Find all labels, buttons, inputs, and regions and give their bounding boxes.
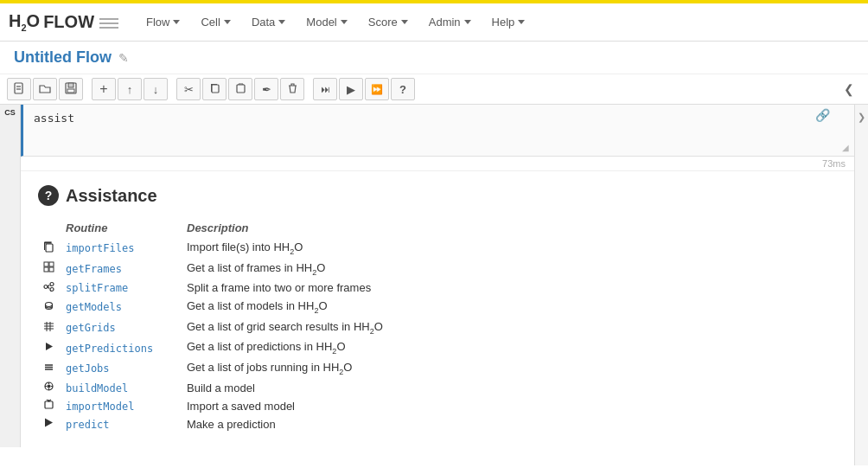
nav-link-flow[interactable]: Flow xyxy=(136,3,190,42)
routine-name-cell: importModel xyxy=(59,397,180,415)
scissors-icon: ✂ xyxy=(184,83,194,96)
routine-name-cell: predict xyxy=(59,415,180,433)
routine-row-icon xyxy=(38,317,59,338)
nav-label-cell: Cell xyxy=(201,16,220,29)
copy-icon xyxy=(209,82,220,96)
open-button[interactable] xyxy=(33,78,57,100)
pen-icon: ✒ xyxy=(262,83,271,96)
routine-link[interactable]: importFiles xyxy=(66,242,134,254)
cut-button[interactable]: ✂ xyxy=(176,78,201,100)
routine-row-icon xyxy=(38,279,59,297)
workspace: CS 🔗 assist ◢ 73ms ? Assistan xyxy=(0,105,868,465)
table-row: importFilesImport file(s) into HH2O xyxy=(38,238,837,259)
routine-name-cell: getPredictions xyxy=(59,337,180,358)
logo-flow-text: FLOW xyxy=(43,12,94,32)
nav-item-help[interactable]: Help xyxy=(482,3,536,42)
svg-rect-12 xyxy=(49,267,54,272)
routine-link[interactable]: getFrames xyxy=(66,263,122,275)
nav-link-help[interactable]: Help xyxy=(482,3,536,42)
sidebar-toggle-btn[interactable]: ❮ xyxy=(837,79,861,99)
nav-caret-score xyxy=(401,20,408,24)
cell-elapsed-time: 73ms xyxy=(21,157,854,171)
nav-item-data[interactable]: Data xyxy=(241,3,296,42)
routine-link[interactable]: getJobs xyxy=(66,362,110,375)
nav-link-model[interactable]: Model xyxy=(296,3,357,42)
delete-button[interactable] xyxy=(280,78,304,100)
nav-item-flow[interactable]: Flow xyxy=(136,3,190,42)
cell-code-text: assist xyxy=(34,112,74,125)
routine-table: Routine Description importFilesImport fi… xyxy=(38,218,837,433)
paste-button[interactable] xyxy=(228,78,252,100)
nav-label-admin: Admin xyxy=(429,16,461,29)
nav-label-help: Help xyxy=(492,16,515,29)
pen-button[interactable]: ✒ xyxy=(254,78,278,100)
routine-description-cell: Get a list of grid search results in HH2… xyxy=(180,317,837,338)
nav-link-admin[interactable]: Admin xyxy=(418,3,482,42)
table-header-row: Routine Description xyxy=(38,218,837,238)
nav-item-admin[interactable]: Admin xyxy=(418,3,482,42)
down-arrow-icon: ↓ xyxy=(153,83,159,96)
nav-caret-admin xyxy=(464,20,471,24)
add-cell-button[interactable]: + xyxy=(92,78,116,100)
table-row: getJobsGet a list of jobs running in HH2… xyxy=(38,358,837,379)
routine-row-icon xyxy=(38,238,59,259)
svg-rect-7 xyxy=(237,85,245,93)
up-arrow-icon: ↑ xyxy=(127,83,133,96)
nav-caret-help xyxy=(518,20,525,24)
routine-link[interactable]: getGrids xyxy=(66,322,116,334)
move-down-button[interactable]: ↓ xyxy=(144,78,168,100)
nav-link-cell[interactable]: Cell xyxy=(190,3,240,42)
routine-description-cell: Get a list of models in HH2O xyxy=(180,297,837,317)
svg-rect-0 xyxy=(15,83,22,93)
nav-item-score[interactable]: Score xyxy=(358,3,418,42)
svg-marker-24 xyxy=(46,343,53,350)
svg-point-13 xyxy=(44,285,48,288)
logo-h2o: H2O xyxy=(9,11,40,33)
copy-button[interactable] xyxy=(202,78,227,100)
cell-code-area[interactable]: assist xyxy=(23,105,854,139)
routine-name-cell: getGrids xyxy=(59,317,180,338)
routine-row-icon xyxy=(38,259,59,279)
flow-title: Untitled Flow xyxy=(14,48,112,67)
routine-link[interactable]: importModel xyxy=(66,401,134,413)
routine-name-cell: getJobs xyxy=(59,358,180,379)
nav-link-data[interactable]: Data xyxy=(241,3,296,42)
sidebar-panel[interactable]: ❯ xyxy=(854,105,868,465)
navbar: H2O FLOW Flow Cell Data xyxy=(0,3,868,42)
routine-row-icon xyxy=(38,358,59,379)
cell-resize-handle[interactable]: ◢ xyxy=(842,143,849,152)
toolbar-help-button[interactable]: ? xyxy=(391,78,415,100)
run-all-button[interactable]: ⏩ xyxy=(365,78,389,100)
svg-marker-37 xyxy=(45,419,53,427)
routine-link[interactable]: buildModel xyxy=(66,382,128,394)
routine-link[interactable]: splitFrame xyxy=(66,282,128,294)
routine-link[interactable]: getModels xyxy=(66,301,122,313)
svg-rect-4 xyxy=(68,83,73,87)
routine-link[interactable]: getPredictions xyxy=(66,343,153,355)
nav-item-cell[interactable]: Cell xyxy=(190,3,240,42)
edit-title-icon[interactable]: ✎ xyxy=(118,51,129,65)
routine-description-cell: Get a list of frames in HH2O xyxy=(180,259,837,279)
save-button[interactable] xyxy=(59,78,83,100)
paste-icon xyxy=(235,82,246,96)
step-button[interactable]: ⏭ xyxy=(313,78,337,100)
routine-name-cell: importFiles xyxy=(59,238,180,259)
help-circle-icon: ? xyxy=(38,185,59,206)
move-up-button[interactable]: ↑ xyxy=(118,78,142,100)
cell-content: 🔗 assist ◢ xyxy=(21,105,854,157)
toolbar: + ↑ ↓ ✂ ✒ xyxy=(0,74,868,105)
nav-item-model[interactable]: Model xyxy=(296,3,357,42)
svg-point-14 xyxy=(50,282,54,285)
routine-name-cell: splitFrame xyxy=(59,279,180,297)
nav-link-score[interactable]: Score xyxy=(358,3,418,42)
cell-section: CS 🔗 assist ◢ 73ms ? Assistan xyxy=(0,105,854,465)
run-button[interactable]: ▶ xyxy=(339,78,363,100)
new-button[interactable] xyxy=(7,78,31,100)
cell-time-row: 73ms xyxy=(0,157,854,171)
routine-name-cell: getFrames xyxy=(59,259,180,279)
routine-row-icon xyxy=(38,415,59,433)
cell-link-icon: 🔗 xyxy=(815,108,830,122)
table-row: getModelsGet a list of models in HH2O xyxy=(38,297,837,317)
routine-link[interactable]: predict xyxy=(66,419,110,431)
nav-label-score: Score xyxy=(368,16,398,29)
